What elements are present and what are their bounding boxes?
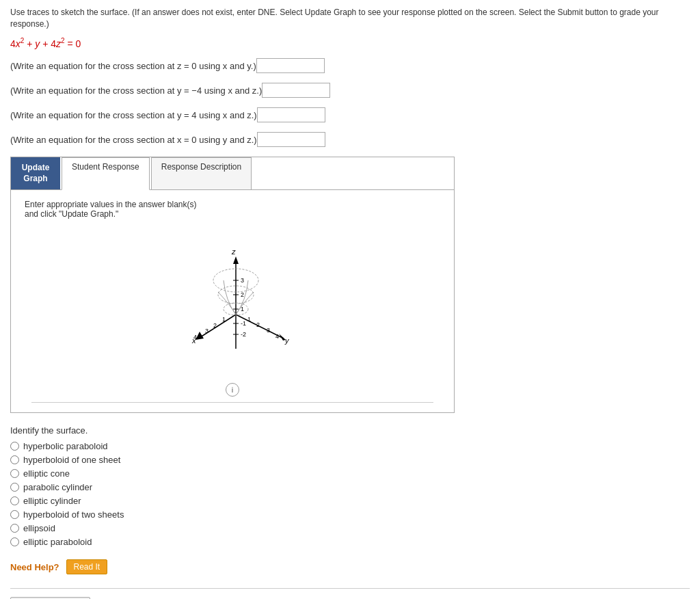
- cross-section-input-4[interactable]: [257, 132, 325, 147]
- graph-separator: [31, 402, 433, 403]
- graph-area: z x y 2 3 1 -1 -2 1 2 3 4 1: [25, 226, 440, 376]
- radio-label-1: hyperbolic paraboloid: [23, 441, 108, 451]
- cross-section-input-3[interactable]: [257, 107, 325, 122]
- instructions: Use traces to sketch the surface. (If an…: [10, 7, 690, 30]
- svg-text:4: 4: [193, 334, 197, 341]
- cross-section-row-3: (Write an equation for the cross section…: [10, 107, 690, 122]
- tab-response-description[interactable]: Response Description: [151, 157, 252, 189]
- equation: 4x2 + y + 4z2 = 0: [10, 37, 690, 49]
- radio-input-5[interactable]: [10, 496, 19, 505]
- radio-label-2: hyperboloid of one sheet: [23, 455, 120, 465]
- radio-input-1[interactable]: [10, 442, 19, 451]
- radio-label-3: elliptic cone: [23, 468, 70, 479]
- radio-input-6[interactable]: [10, 510, 19, 519]
- footer-bar: Submit Answer: [10, 588, 690, 599]
- cross-section-row-4: (Write an equation for the cross section…: [10, 132, 690, 147]
- cross-section-input-1[interactable]: [256, 58, 325, 73]
- read-it-button[interactable]: Read It: [66, 559, 108, 574]
- svg-text:3: 3: [205, 328, 208, 334]
- cross-section-row-1: (Write an equation for the cross section…: [10, 58, 690, 73]
- svg-text:1: 1: [222, 316, 226, 323]
- svg-text:2: 2: [241, 291, 244, 298]
- radio-input-4[interactable]: [10, 483, 19, 492]
- radio-label-4: parabolic cylinder: [23, 482, 92, 492]
- radio-option-5: elliptic cylinder: [10, 496, 690, 506]
- identify-section: Identify the surface. hyperbolic parabol…: [10, 425, 690, 547]
- radio-label-5: elliptic cylinder: [23, 496, 81, 506]
- svg-text:2: 2: [256, 321, 260, 328]
- radio-input-7[interactable]: [10, 524, 19, 533]
- graph-instructions: Enter appropriate values in the answer b…: [25, 200, 440, 219]
- radio-option-1: hyperbolic paraboloid: [10, 441, 690, 451]
- svg-marker-1: [233, 256, 239, 264]
- info-button[interactable]: i: [226, 383, 239, 397]
- axes-svg: z x y 2 3 1 -1 -2 1 2 3 4 1: [164, 232, 301, 369]
- radio-option-2: hyperboloid of one sheet: [10, 455, 690, 465]
- radio-option-6: hyperboloid of two sheets: [10, 509, 690, 520]
- cross-section-label-3: (Write an equation for the cross section…: [10, 110, 257, 120]
- tab-student-response[interactable]: Student Response: [62, 157, 150, 190]
- radio-label-7: ellipsoid: [23, 523, 55, 533]
- update-graph-button[interactable]: UpdateGraph: [11, 157, 60, 189]
- svg-line-2: [198, 315, 236, 338]
- radio-option-3: elliptic cone: [10, 468, 690, 479]
- svg-text:1: 1: [247, 316, 251, 323]
- radio-label-8: elliptic paraboloid: [23, 537, 92, 547]
- svg-text:4: 4: [275, 333, 279, 340]
- svg-text:z: z: [231, 248, 236, 256]
- cross-section-label-4: (Write an equation for the cross section…: [10, 135, 257, 145]
- svg-text:-2: -2: [241, 331, 246, 338]
- need-help-label: Need Help?: [10, 562, 59, 572]
- svg-text:3: 3: [241, 277, 244, 284]
- graph-body: Enter appropriate values in the answer b…: [11, 190, 454, 412]
- graph-tabs: UpdateGraph Student Response Response De…: [11, 157, 454, 190]
- svg-text:y: y: [284, 336, 290, 345]
- info-icon-area: i: [25, 383, 440, 397]
- radio-input-3[interactable]: [10, 469, 19, 478]
- radio-input-8[interactable]: [10, 537, 19, 546]
- cross-section-label-2: (Write an equation for the cross section…: [10, 85, 262, 96]
- radio-option-7: ellipsoid: [10, 523, 690, 533]
- cross-section-row-2: (Write an equation for the cross section…: [10, 83, 690, 98]
- svg-text:2: 2: [213, 322, 217, 329]
- svg-text:-1: -1: [241, 320, 246, 327]
- need-help-area: Need Help? Read It: [10, 559, 690, 574]
- graph-container: UpdateGraph Student Response Response De…: [10, 157, 455, 413]
- radio-option-8: elliptic paraboloid: [10, 537, 690, 547]
- radio-label-6: hyperboloid of two sheets: [23, 509, 124, 520]
- radio-option-4: parabolic cylinder: [10, 482, 690, 492]
- svg-text:3: 3: [267, 327, 270, 334]
- cross-section-input-2[interactable]: [262, 83, 330, 98]
- cross-section-label-1: (Write an equation for the cross section…: [10, 61, 256, 71]
- identify-label: Identify the surface.: [10, 425, 690, 436]
- radio-input-2[interactable]: [10, 455, 19, 464]
